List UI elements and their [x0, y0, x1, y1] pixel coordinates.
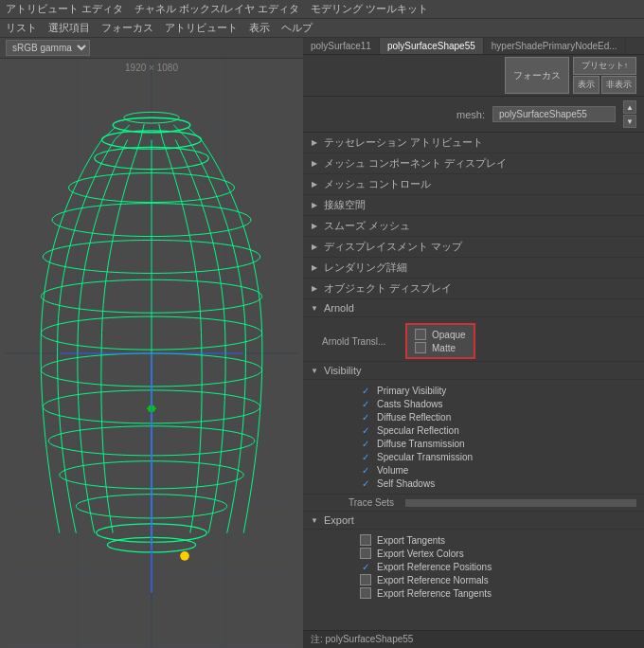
svg-point-31	[180, 551, 189, 561]
check-unchecked-ref-normals[interactable]	[360, 574, 371, 585]
visibility-primary: ✓ Primary Visibility	[303, 384, 644, 397]
arnold-content: Arnold Transl... Opaque Matte	[303, 317, 644, 607]
section-tessellation[interactable]: ▶ テッセレーション アトリビュート	[303, 133, 644, 153]
arnold-section: ▼ Arnold Arnold Transl... Opaque	[303, 299, 644, 607]
check-icon-self-shadows[interactable]: ✓	[360, 477, 371, 489]
export-reference-tangents-label: Export Reference Tangents	[377, 588, 492, 599]
trace-sets-row: Trace Sets	[303, 494, 644, 512]
export-tangents-label: Export Tangents	[377, 535, 445, 546]
section-object-display[interactable]: ▶ オブジェクト ディスプレイ	[303, 279, 644, 299]
arnold-opaque-row[interactable]: Opaque	[415, 329, 466, 340]
export-tangents: Export Tangents	[303, 533, 644, 547]
menu-bar-2: リスト 選択項目 フォーカス アトリビュート 表示 ヘルプ	[0, 19, 644, 38]
gamma-select[interactable]: sRGB gamma	[6, 40, 90, 56]
attrs-scroll[interactable]: ▶ テッセレーション アトリビュート ▶ メッシュ コンポーネント ディスプレイ…	[303, 133, 644, 630]
mesh-value: polySurfaceShape55	[492, 106, 616, 122]
chevron-right-icon: ▶	[309, 283, 320, 295]
visibility-diffuse-reflection: ✓ Diffuse Reflection	[303, 410, 644, 423]
chevron-down-icon: ▼	[309, 514, 320, 526]
check-icon-diffuse-reflection[interactable]: ✓	[360, 411, 371, 423]
section-tangent[interactable]: ▶ 接線空間	[303, 195, 644, 216]
mesh-label: mesh:	[456, 109, 485, 120]
tab-hypershade[interactable]: hyperShadePrimaryNodeEd...	[484, 38, 626, 54]
arnold-popup-box: Opaque Matte	[405, 323, 475, 359]
export-content: Export Tangents Export Vertex Colors ✓ E…	[303, 530, 644, 603]
menu-channel-box[interactable]: チャネル ボックス/レイヤ エディタ	[134, 2, 299, 16]
preset-button[interactable]: プリセット↑	[573, 57, 636, 75]
section-tessellation-label: テッセレーション アトリビュート	[324, 135, 483, 150]
check-icon-primary[interactable]: ✓	[360, 385, 371, 396]
section-object-display-label: オブジェクト ディスプレイ	[324, 281, 452, 296]
section-tangent-label: 接線空間	[324, 198, 366, 212]
visibility-header[interactable]: ▼ Visibility	[303, 361, 644, 380]
hide-button[interactable]: 非表示	[601, 76, 636, 94]
arnold-section-label: Arnold	[324, 302, 354, 314]
menu-view[interactable]: 表示	[249, 21, 270, 35]
section-mesh-component[interactable]: ▶ メッシュ コンポーネント ディスプレイ	[303, 153, 644, 174]
right-panel: polySurface11 polySurfaceShape55 hyperSh…	[303, 38, 644, 648]
check-icon-specular-transmission[interactable]: ✓	[360, 451, 371, 462]
export-vertex-colors: Export Vertex Colors	[303, 547, 644, 560]
arnold-section-header[interactable]: ▼ Arnold	[303, 299, 644, 317]
visibility-self-shadows-label: Self Shadows	[377, 478, 435, 489]
export-vertex-colors-label: Export Vertex Colors	[377, 549, 464, 559]
check-icon-specular-reflection[interactable]: ✓	[360, 424, 371, 436]
visibility-volume: ✓ Volume	[303, 463, 644, 477]
matte-label: Matte	[432, 343, 456, 353]
chevron-right-icon: ▶	[309, 137, 320, 149]
viewport-header: sRGB gamma	[0, 38, 303, 59]
visibility-specular-reflection: ✓ Specular Reflection	[303, 423, 644, 437]
export-reference-positions-label: Export Reference Positions	[377, 562, 492, 572]
opaque-label: Opaque	[432, 330, 466, 340]
tab-polysurfaceshape55[interactable]: polySurfaceShape55	[380, 38, 484, 54]
menu-focus[interactable]: フォーカス	[101, 21, 153, 35]
section-smooth-mesh-label: スムーズ メッシュ	[324, 219, 410, 233]
check-unchecked-ref-tangents[interactable]	[360, 587, 371, 599]
menu-list[interactable]: リスト	[6, 21, 37, 35]
visibility-diffuse-transmission: ✓ Diffuse Transmission	[303, 437, 644, 450]
visibility-primary-label: Primary Visibility	[377, 386, 446, 396]
menu-selection[interactable]: 選択項目	[48, 21, 90, 35]
menu-attribute[interactable]: アトリビュート	[165, 21, 238, 35]
opaque-checkbox[interactable]	[415, 329, 426, 340]
arrow-down-icon[interactable]: ▼	[623, 115, 636, 128]
check-icon-diffuse-transmission[interactable]: ✓	[360, 438, 371, 449]
check-unchecked-vertex-colors[interactable]	[360, 548, 371, 559]
section-displacement-label: ディスプレイスメント マップ	[324, 240, 462, 254]
visibility-content: ✓ Primary Visibility ✓ Casts Shadows ✓ D…	[303, 380, 644, 494]
main-layout: sRGB gamma 1920 × 1080	[0, 38, 644, 648]
trace-sets-label: Trace Sets	[349, 497, 405, 508]
show-button[interactable]: 表示	[573, 76, 599, 94]
check-unchecked-tangents[interactable]	[360, 534, 371, 546]
visibility-volume-label: Volume	[377, 465, 408, 476]
check-icon-volume[interactable]: ✓	[360, 464, 371, 476]
chevron-right-icon: ▶	[309, 179, 320, 190]
section-render-detail-label: レンダリング詳細	[324, 261, 407, 275]
menu-help[interactable]: ヘルプ	[281, 21, 313, 35]
menu-bar-1: アトリビュート エディタ チャネル ボックス/レイヤ エディタ モデリング ツー…	[0, 0, 644, 19]
section-displacement[interactable]: ▶ ディスプレイスメント マップ	[303, 237, 644, 258]
visibility-diffuse-reflection-label: Diffuse Reflection	[377, 412, 451, 423]
check-checked-ref-positions[interactable]: ✓	[360, 561, 371, 572]
visibility-diffuse-transmission-label: Diffuse Transmission	[377, 439, 465, 449]
viewport: sRGB gamma 1920 × 1080	[0, 38, 303, 648]
trace-sets-value	[405, 499, 636, 507]
section-smooth-mesh[interactable]: ▶ スムーズ メッシュ	[303, 216, 644, 237]
section-mesh-component-label: メッシュ コンポーネント ディスプレイ	[324, 156, 507, 171]
export-reference-positions: ✓ Export Reference Positions	[303, 560, 644, 573]
arnold-popup-overlay: Opaque Matte	[405, 323, 475, 359]
focus-button[interactable]: フォーカス	[505, 57, 569, 94]
tab-polysurface11[interactable]: polySurface11	[303, 38, 380, 54]
export-reference-normals: Export Reference Normals	[303, 573, 644, 586]
check-icon-casts-shadows[interactable]: ✓	[360, 398, 371, 409]
menu-modeling-toolkit[interactable]: モデリング ツールキット	[311, 2, 428, 16]
arnold-matte-row[interactable]: Matte	[415, 342, 466, 353]
menu-attr-editor[interactable]: アトリビュート エディタ	[6, 2, 123, 16]
arrow-up-icon[interactable]: ▲	[623, 100, 636, 114]
export-header[interactable]: ▼ Export	[303, 512, 644, 530]
matte-checkbox[interactable]	[415, 342, 426, 353]
attr-header: mesh: polySurfaceShape55 ▲ ▼	[303, 97, 644, 133]
section-mesh-control[interactable]: ▶ メッシュ コントロール	[303, 174, 644, 195]
attr-header-btns: ▲ ▼	[623, 100, 636, 128]
section-render-detail[interactable]: ▶ レンダリング詳細	[303, 258, 644, 279]
